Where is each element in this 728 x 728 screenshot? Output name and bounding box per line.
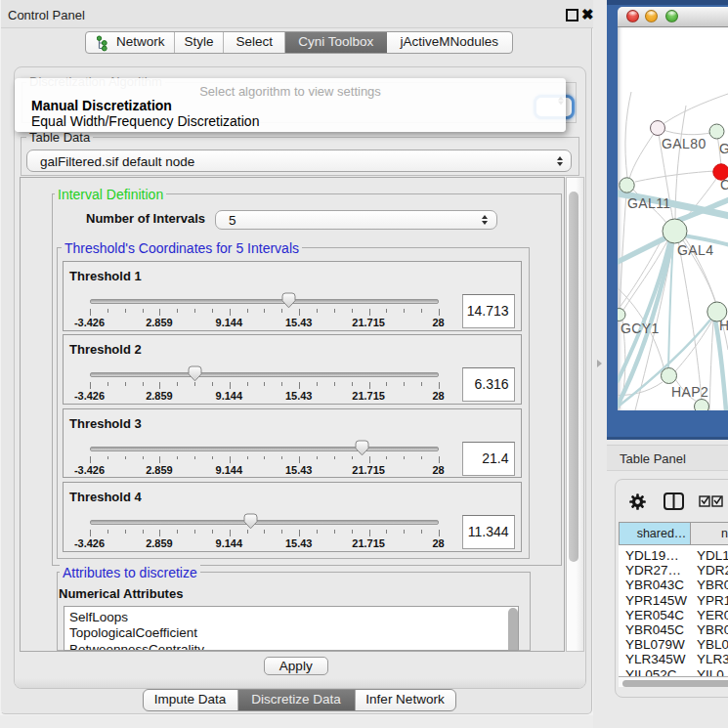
svg-text:GA: GA <box>719 141 728 156</box>
svg-text:HAP2: HAP2 <box>671 384 708 400</box>
svg-text:CY: CY <box>720 177 728 193</box>
svg-text:GAL4: GAL4 <box>677 242 713 258</box>
svg-text:GAL80: GAL80 <box>662 136 707 151</box>
svg-text:GCY1: GCY1 <box>621 321 660 336</box>
svg-text:HA: HA <box>719 318 728 333</box>
svg-text:GAL11: GAL11 <box>627 195 671 211</box>
